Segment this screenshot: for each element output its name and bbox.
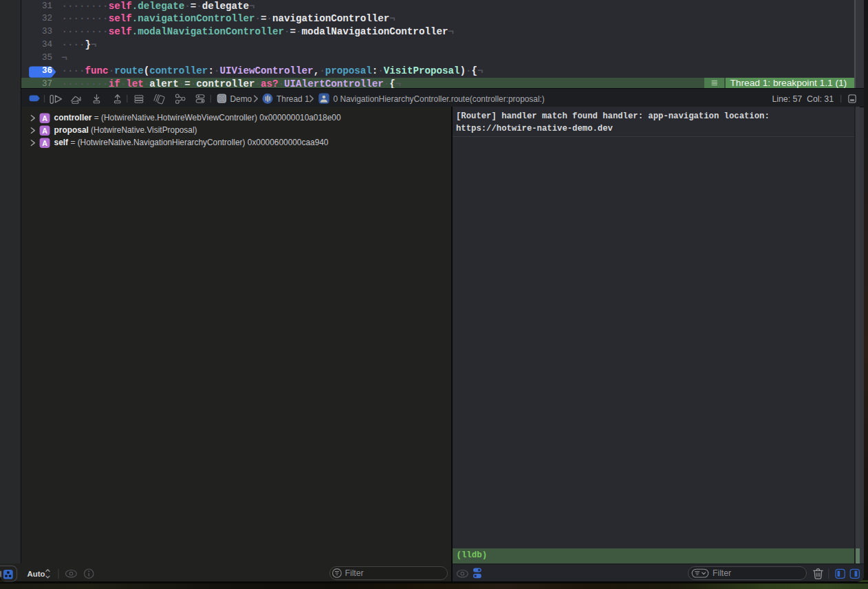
svg-text:A: A — [42, 114, 47, 122]
svg-text:A: A — [42, 127, 47, 135]
svg-text:A: A — [42, 139, 47, 147]
